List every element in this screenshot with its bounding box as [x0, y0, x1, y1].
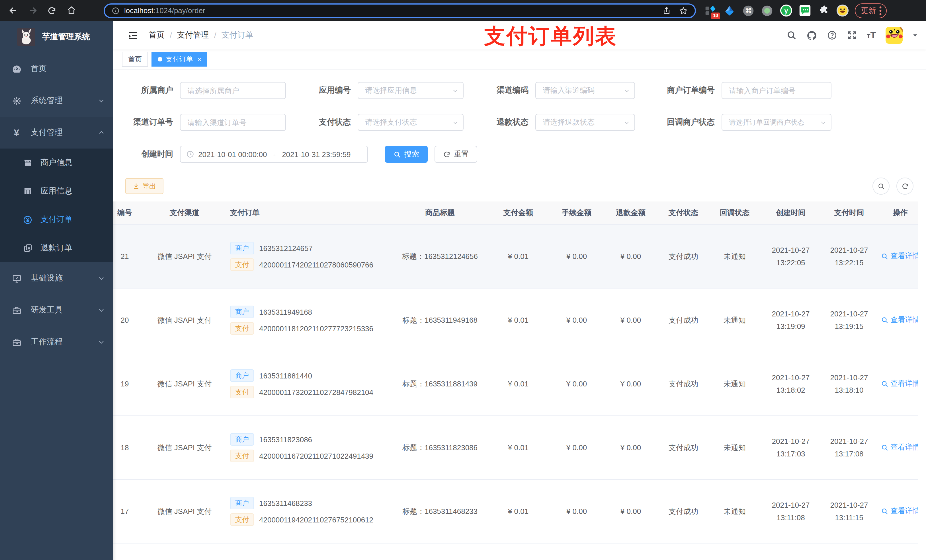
gear-icon: [11, 96, 22, 106]
bookmark-star-icon[interactable]: [679, 6, 688, 15]
magnifier-icon: [881, 316, 888, 324]
browser-home-button[interactable]: [64, 3, 79, 18]
fee-amount: ¥ 0.00: [566, 316, 587, 325]
table-row: 18 微信 JSAPI 支付 商户 1635311823086 支付 42000…: [113, 416, 918, 480]
browser-forward-button[interactable]: [25, 3, 40, 18]
browser-reload-button[interactable]: [44, 3, 59, 18]
sidebar-item-pay-order[interactable]: 支付订单: [0, 205, 113, 234]
ext-y-icon[interactable]: y: [779, 4, 793, 17]
view-detail-link[interactable]: 查看详情: [881, 506, 918, 516]
merchant-select-input[interactable]: [180, 82, 286, 99]
share-icon[interactable]: [662, 6, 671, 15]
caret-down-icon[interactable]: [912, 32, 918, 38]
chevron-down-icon: [98, 97, 105, 104]
tab-close-icon[interactable]: ×: [198, 56, 201, 63]
sidebar-item-refund-order[interactable]: 退款订单: [0, 234, 113, 263]
page-annotation: 支付订单列表: [484, 22, 617, 51]
refund-amount: ¥ 0.00: [620, 252, 641, 261]
ext-kite-icon[interactable]: [723, 4, 736, 17]
fee-amount: ¥ 0.00: [566, 380, 587, 388]
view-detail-link[interactable]: 查看详情: [881, 442, 918, 453]
sidebar-item-app-info[interactable]: 应用信息: [0, 177, 113, 205]
github-icon[interactable]: [806, 30, 817, 41]
help-icon[interactable]: [827, 30, 837, 41]
ext-record-icon[interactable]: [760, 4, 774, 17]
merchant-order-no-input[interactable]: [722, 82, 831, 99]
view-detail-link[interactable]: 查看详情: [881, 315, 918, 325]
pay-amount: ¥ 0.01: [508, 443, 528, 452]
screen: localhost:1024/pay/order 10 ⌘ y: [0, 0, 926, 560]
orders-table-wrap[interactable]: 编号 支付渠道 支付订单 商品标题 支付金额 手续金额 退款金额 支付状态 回调…: [113, 201, 918, 560]
ext-dots-diamond-icon[interactable]: 10: [704, 4, 717, 17]
product-title: 标题：1635311823086: [402, 443, 478, 451]
sidebar-item-system[interactable]: 系统管理: [0, 85, 113, 117]
refresh-icon: [443, 151, 451, 158]
toggle-search-button[interactable]: [873, 178, 890, 195]
pay-status-select[interactable]: 请选择支付状态: [358, 114, 464, 131]
merchant-order-no: 1635311823086: [259, 435, 312, 444]
sidebar-item-label: 商户信息: [41, 158, 72, 168]
orders-table: 编号 支付渠道 支付订单 商品标题 支付金额 手续金额 退款金额 支付状态 回调…: [113, 201, 918, 560]
sidebar-item-merchant-info[interactable]: 商户信息: [0, 148, 113, 177]
col-header-pay-status: 支付状态: [658, 201, 709, 225]
tab-pay-order[interactable]: 支付订单 ×: [151, 52, 207, 66]
merchant-tag: 商户: [230, 369, 254, 382]
merchant-tag: 商户: [230, 497, 254, 509]
breadcrumb-home[interactable]: 首页: [149, 30, 165, 41]
chevron-up-icon: [98, 129, 105, 136]
order-id: 17: [121, 507, 129, 516]
ext-emoji-icon[interactable]: [835, 4, 849, 17]
download-icon: [133, 183, 139, 190]
breadcrumb-pay-manage[interactable]: 支付管理: [177, 30, 209, 41]
refresh-table-button[interactable]: [896, 178, 914, 195]
product-title: 标题：1635311881439: [402, 379, 478, 388]
chevron-down-icon: [623, 88, 630, 94]
logo-rabbit-image: [17, 28, 35, 46]
search-icon[interactable]: [787, 30, 797, 41]
user-avatar[interactable]: [885, 27, 903, 44]
filter-label: 应用编号: [311, 85, 351, 96]
briefcase-icon: [11, 337, 22, 347]
tab-home[interactable]: 首页: [122, 52, 148, 66]
channel-code-select[interactable]: 请输入渠道编码: [535, 82, 635, 99]
created-time: 13:17:03: [763, 448, 819, 460]
pay-amount: ¥ 0.01: [508, 507, 528, 516]
app-select[interactable]: 请选择应用信息: [358, 82, 464, 99]
sidebar-item-infrastructure[interactable]: 基础设施: [0, 263, 113, 294]
notify-status-select[interactable]: 请选择订单回调商户状态: [722, 114, 831, 131]
export-button[interactable]: 导出: [125, 178, 163, 194]
browser-back-button[interactable]: [6, 3, 21, 18]
fullscreen-icon[interactable]: [847, 30, 857, 41]
reset-button[interactable]: 重置: [434, 146, 477, 163]
view-detail-link[interactable]: 查看详情: [881, 251, 918, 261]
ext-puzzle-icon[interactable]: [817, 4, 830, 17]
channel-order-no-input[interactable]: [180, 114, 286, 131]
ext-chat-icon[interactable]: [798, 4, 811, 17]
address-bar[interactable]: localhost:1024/pay/order: [104, 3, 696, 18]
created-time: 13:19:09: [763, 320, 819, 333]
sidebar-item-payment[interactable]: ¥ 支付管理: [0, 117, 113, 148]
pay-time: 13:18:10: [823, 384, 875, 396]
sidebar-collapse-icon[interactable]: [127, 30, 138, 41]
table-row: 商户 1635311251736: [113, 543, 918, 560]
sidebar-item-label: 退款订单: [41, 243, 72, 253]
sidebar-item-home[interactable]: 首页: [0, 53, 113, 85]
select-placeholder: 请输入渠道编码: [543, 85, 623, 96]
magnifier-icon: [881, 380, 888, 388]
sidebar-item-dev-tools[interactable]: 研发工具: [0, 294, 113, 326]
search-button[interactable]: 搜索: [385, 146, 428, 163]
create-time-range-picker[interactable]: 2021-10-01 00:00:00 - 2021-10-31 23:59:5…: [180, 146, 368, 163]
clock-icon: [186, 150, 194, 158]
refund-status-select[interactable]: 请选择退款状态: [535, 114, 635, 131]
font-size-icon[interactable]: TT: [867, 30, 876, 41]
update-label: 更新: [861, 5, 876, 16]
app-logo[interactable]: 芋道管理系统: [0, 21, 113, 53]
filter-label: 创建时间: [125, 149, 173, 159]
pay-channel: 微信 JSAPI 支付: [157, 443, 212, 451]
created-time: 13:18:02: [763, 384, 819, 396]
ext-command-icon[interactable]: ⌘: [741, 4, 755, 17]
order-id: 20: [121, 316, 129, 325]
browser-update-button[interactable]: 更新: [855, 3, 887, 18]
sidebar-item-workflow[interactable]: 工作流程: [0, 326, 113, 358]
view-detail-link[interactable]: 查看详情: [881, 379, 918, 389]
